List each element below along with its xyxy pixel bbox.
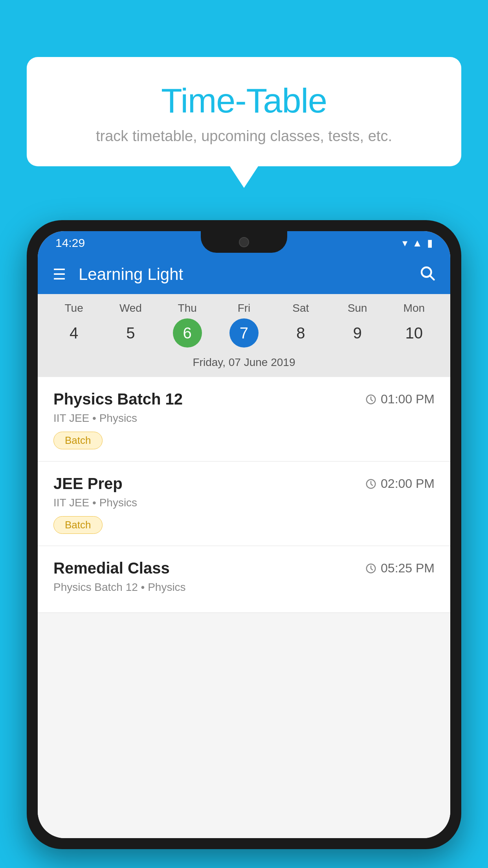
- item-time: 05:25 PM: [365, 561, 435, 576]
- day-col[interactable]: Mon10: [389, 302, 440, 348]
- day-number[interactable]: 9: [343, 318, 372, 348]
- day-name: Wed: [119, 302, 142, 314]
- bubble-title: Time-Table: [46, 81, 442, 121]
- item-subtitle: Physics Batch 12 • Physics: [53, 581, 435, 594]
- item-header: Physics Batch 1201:00 PM: [53, 390, 435, 408]
- status-icons: ▾ ▲ ▮: [402, 237, 433, 249]
- wifi-icon: ▾: [402, 237, 407, 249]
- day-name: Tue: [65, 302, 83, 314]
- bubble-subtitle: track timetable, upcoming classes, tests…: [46, 128, 442, 145]
- item-time: 01:00 PM: [365, 392, 435, 406]
- day-name: Sun: [348, 302, 367, 314]
- item-subtitle: IIT JEE • Physics: [53, 412, 435, 425]
- day-name: Fri: [238, 302, 251, 314]
- phone-screen: 14:29 ▾ ▲ ▮ ☰ Learning Light: [38, 231, 450, 838]
- phone-camera: [239, 237, 249, 247]
- day-number[interactable]: 8: [286, 318, 315, 348]
- day-name: Sat: [292, 302, 309, 314]
- day-col[interactable]: Sat8: [275, 302, 326, 348]
- item-title: Remedial Class: [53, 559, 170, 577]
- item-subtitle: IIT JEE • Physics: [53, 497, 435, 509]
- schedule-item[interactable]: JEE Prep02:00 PMIIT JEE • PhysicsBatch: [38, 462, 450, 546]
- svg-line-1: [430, 276, 434, 280]
- day-name: Thu: [178, 302, 197, 314]
- speech-bubble: Time-Table track timetable, upcoming cla…: [27, 57, 461, 166]
- day-number[interactable]: 7: [229, 318, 259, 348]
- speech-bubble-container: Time-Table track timetable, upcoming cla…: [27, 57, 461, 166]
- day-col[interactable]: Wed5: [105, 302, 156, 348]
- phone-frame: 14:29 ▾ ▲ ▮ ☰ Learning Light: [27, 220, 461, 849]
- day-col[interactable]: Tue4: [48, 302, 99, 348]
- day-number[interactable]: 4: [59, 318, 88, 348]
- schedule-list: Physics Batch 1201:00 PMIIT JEE • Physic…: [38, 377, 450, 838]
- day-col[interactable]: Sun9: [332, 302, 383, 348]
- phone-container: 14:29 ▾ ▲ ▮ ☰ Learning Light: [27, 220, 461, 849]
- item-time: 02:00 PM: [365, 476, 435, 491]
- search-icon[interactable]: [419, 265, 435, 285]
- signal-icon: ▲: [412, 237, 422, 249]
- days-row: Tue4Wed5Thu6Fri7Sat8Sun9Mon10: [38, 302, 450, 348]
- day-name: Mon: [404, 302, 425, 314]
- selected-date-label: Friday, 07 June 2019: [38, 352, 450, 371]
- app-bar: ☰ Learning Light: [38, 255, 450, 294]
- status-time: 14:29: [55, 236, 85, 250]
- phone-notch: [201, 231, 287, 253]
- item-title: Physics Batch 12: [53, 390, 183, 408]
- day-col[interactable]: Thu6: [162, 302, 213, 348]
- item-title: JEE Prep: [53, 475, 123, 493]
- menu-icon[interactable]: ☰: [53, 266, 66, 283]
- day-number[interactable]: 6: [173, 318, 202, 348]
- battery-icon: ▮: [427, 237, 433, 249]
- calendar-strip: Tue4Wed5Thu6Fri7Sat8Sun9Mon10 Friday, 07…: [38, 294, 450, 377]
- schedule-item[interactable]: Remedial Class05:25 PMPhysics Batch 12 •…: [38, 546, 450, 613]
- batch-badge: Batch: [53, 516, 103, 534]
- item-header: JEE Prep02:00 PM: [53, 475, 435, 493]
- day-col[interactable]: Fri7: [218, 302, 270, 348]
- day-number[interactable]: 10: [400, 318, 429, 348]
- day-number[interactable]: 5: [116, 318, 145, 348]
- batch-badge: Batch: [53, 432, 103, 449]
- app-title: Learning Light: [79, 265, 419, 284]
- schedule-item[interactable]: Physics Batch 1201:00 PMIIT JEE • Physic…: [38, 377, 450, 462]
- item-header: Remedial Class05:25 PM: [53, 559, 435, 577]
